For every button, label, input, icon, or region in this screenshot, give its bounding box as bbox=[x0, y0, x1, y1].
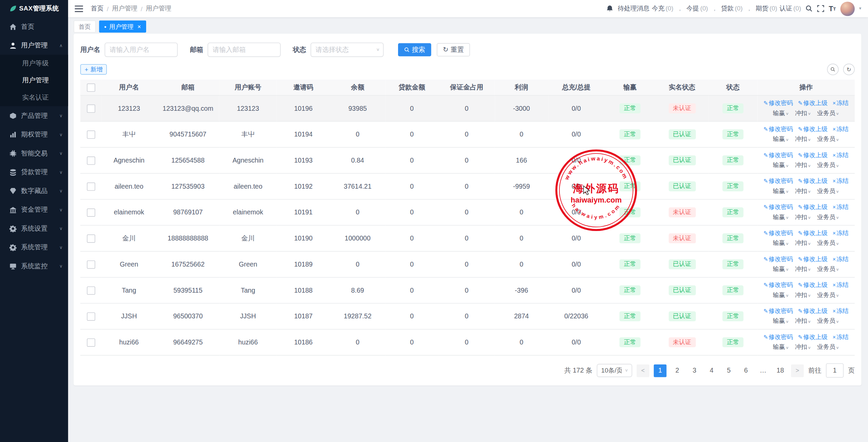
edit-parent-link[interactable]: ✎修改上级 bbox=[798, 126, 828, 132]
edit-password-link[interactable]: ✎修改密码 bbox=[764, 100, 793, 107]
row-checkbox[interactable] bbox=[87, 156, 95, 164]
win-lose-dropdown[interactable]: 输赢∨ bbox=[773, 162, 789, 168]
email-filter-input[interactable] bbox=[208, 43, 281, 57]
win-lose-dropdown[interactable]: 输赢∨ bbox=[773, 135, 789, 142]
deduct-dropdown[interactable]: 冲扣∨ bbox=[795, 291, 811, 298]
edit-password-link[interactable]: ✎修改密码 bbox=[764, 256, 793, 262]
deduct-dropdown[interactable]: 冲扣∨ bbox=[795, 239, 811, 246]
salesman-dropdown[interactable]: 业务员∨ bbox=[817, 109, 839, 116]
status-filter-select[interactable]: ∨ bbox=[311, 43, 384, 57]
deduct-dropdown[interactable]: 冲扣∨ bbox=[795, 135, 811, 142]
win-lose-dropdown[interactable]: 输赢∨ bbox=[773, 343, 789, 350]
win-lose-dropdown[interactable]: 输赢∨ bbox=[773, 187, 789, 194]
salesman-dropdown[interactable]: 业务员∨ bbox=[817, 343, 839, 350]
per-page-input[interactable] bbox=[597, 364, 632, 377]
freeze-link[interactable]: ×冻结 bbox=[833, 256, 849, 262]
freeze-link[interactable]: ×冻结 bbox=[833, 178, 849, 185]
edit-password-link[interactable]: ✎修改密码 bbox=[764, 178, 793, 185]
row-checkbox[interactable] bbox=[87, 338, 95, 346]
edit-parent-link[interactable]: ✎修改上级 bbox=[798, 100, 828, 107]
win-lose-dropdown[interactable]: 输赢∨ bbox=[773, 266, 789, 272]
salesman-dropdown[interactable]: 业务员∨ bbox=[817, 187, 839, 194]
freeze-link[interactable]: ×冻结 bbox=[833, 230, 849, 236]
salesman-dropdown[interactable]: 业务员∨ bbox=[817, 162, 839, 168]
goto-page-input[interactable] bbox=[826, 363, 844, 378]
sidebar-item-system-monitor[interactable]: 系统监控 ∨ bbox=[0, 257, 68, 276]
edit-password-link[interactable]: ✎修改密码 bbox=[764, 204, 793, 210]
deduct-dropdown[interactable]: 冲扣∨ bbox=[795, 162, 811, 168]
today-withdraw-link[interactable]: 今提(0) bbox=[686, 4, 708, 13]
page-button-3[interactable]: 3 bbox=[688, 364, 701, 377]
next-page-button[interactable]: > bbox=[791, 364, 804, 377]
today-recharge-link[interactable]: 今充(0) bbox=[652, 4, 673, 13]
sidebar-item-product-management[interactable]: 产品管理 ∨ bbox=[0, 106, 68, 125]
win-lose-dropdown[interactable]: 输赢∨ bbox=[773, 239, 789, 246]
avatar[interactable] bbox=[840, 1, 854, 16]
deduct-dropdown[interactable]: 冲扣∨ bbox=[795, 109, 811, 116]
sidebar-item-digital-collection[interactable]: 数字藏品 ∨ bbox=[0, 182, 68, 201]
edit-password-link[interactable]: ✎修改密码 bbox=[764, 334, 793, 340]
freeze-link[interactable]: ×冻结 bbox=[833, 126, 849, 132]
font-size-icon[interactable]: TT bbox=[829, 5, 836, 12]
auth-link[interactable]: 认证(0) bbox=[780, 4, 801, 13]
salesman-dropdown[interactable]: 业务员∨ bbox=[817, 291, 839, 298]
table-search-toggle-button[interactable] bbox=[827, 64, 839, 75]
page-button-4[interactable]: 4 bbox=[705, 364, 718, 377]
reset-button[interactable]: ↻ 重置 bbox=[437, 43, 470, 56]
edit-password-link[interactable]: ✎修改密码 bbox=[764, 230, 793, 236]
bell-icon[interactable] bbox=[606, 5, 613, 12]
edit-parent-link[interactable]: ✎修改上级 bbox=[798, 230, 828, 236]
edit-password-link[interactable]: ✎修改密码 bbox=[764, 126, 793, 132]
deduct-dropdown[interactable]: 冲扣∨ bbox=[795, 187, 811, 194]
win-lose-dropdown[interactable]: 输赢∨ bbox=[773, 213, 789, 220]
breadcrumb-home[interactable]: 首页 bbox=[91, 4, 104, 13]
row-checkbox[interactable] bbox=[87, 260, 95, 268]
sidebar-item-fund-management[interactable]: 资金管理 ∨ bbox=[0, 200, 68, 219]
freeze-link[interactable]: ×冻结 bbox=[833, 152, 849, 159]
add-user-button[interactable]: + 新增 bbox=[80, 64, 107, 75]
page-button-18[interactable]: 18 bbox=[774, 364, 787, 377]
freeze-link[interactable]: ×冻结 bbox=[833, 100, 849, 107]
loan-link[interactable]: 贷款(0) bbox=[721, 4, 743, 13]
fullscreen-icon[interactable] bbox=[817, 5, 824, 12]
tab-home[interactable]: 首页 bbox=[74, 20, 96, 33]
tab-user-management[interactable]: ● 用户管理 × bbox=[99, 20, 146, 33]
page-button-1[interactable]: 1 bbox=[654, 364, 667, 377]
sidebar-item-user-management[interactable]: 用户管理 ∧ bbox=[0, 36, 68, 55]
per-page-select[interactable]: ∨ bbox=[597, 364, 632, 377]
freeze-link[interactable]: ×冻结 bbox=[833, 282, 849, 289]
deduct-dropdown[interactable]: 冲扣∨ bbox=[795, 213, 811, 220]
sidebar-item-options-management[interactable]: 期权管理 ∨ bbox=[0, 125, 68, 144]
hamburger-menu-icon[interactable] bbox=[75, 5, 83, 12]
table-refresh-button[interactable]: ↻ bbox=[843, 64, 855, 75]
avatar-caret-icon[interactable]: ▾ bbox=[859, 6, 862, 11]
tab-close-icon[interactable]: × bbox=[137, 23, 141, 30]
sidebar-item-user-management-sub[interactable]: 用户管理 bbox=[0, 72, 68, 89]
row-checkbox[interactable] bbox=[87, 208, 95, 216]
select-all-checkbox[interactable] bbox=[87, 83, 95, 91]
page-button-6[interactable]: 6 bbox=[739, 364, 752, 377]
salesman-dropdown[interactable]: 业务员∨ bbox=[817, 317, 839, 324]
row-checkbox[interactable] bbox=[87, 130, 95, 139]
deduct-dropdown[interactable]: 冲扣∨ bbox=[795, 317, 811, 324]
edit-parent-link[interactable]: ✎修改上级 bbox=[798, 308, 828, 314]
row-checkbox[interactable] bbox=[87, 234, 95, 243]
row-checkbox[interactable] bbox=[87, 312, 95, 320]
row-checkbox[interactable] bbox=[87, 286, 95, 294]
edit-parent-link[interactable]: ✎修改上级 bbox=[798, 282, 828, 289]
freeze-link[interactable]: ×冻结 bbox=[833, 204, 849, 210]
username-filter-input[interactable] bbox=[105, 43, 178, 57]
salesman-dropdown[interactable]: 业务员∨ bbox=[817, 239, 839, 246]
search-button[interactable]: 搜索 bbox=[398, 43, 431, 56]
salesman-dropdown[interactable]: 业务员∨ bbox=[817, 266, 839, 272]
more-pages-button[interactable]: … bbox=[757, 364, 770, 377]
search-icon[interactable] bbox=[806, 5, 813, 12]
sidebar-item-loan-management[interactable]: 贷款管理 ∨ bbox=[0, 163, 68, 182]
win-lose-dropdown[interactable]: 输赢∨ bbox=[773, 291, 789, 298]
edit-password-link[interactable]: ✎修改密码 bbox=[764, 152, 793, 159]
breadcrumb-user-management[interactable]: 用户管理 bbox=[112, 4, 137, 13]
salesman-dropdown[interactable]: 业务员∨ bbox=[817, 213, 839, 220]
sidebar-item-smart-trade[interactable]: 智能交易 ∨ bbox=[0, 144, 68, 163]
prev-page-button[interactable]: < bbox=[637, 364, 650, 377]
page-button-2[interactable]: 2 bbox=[671, 364, 684, 377]
